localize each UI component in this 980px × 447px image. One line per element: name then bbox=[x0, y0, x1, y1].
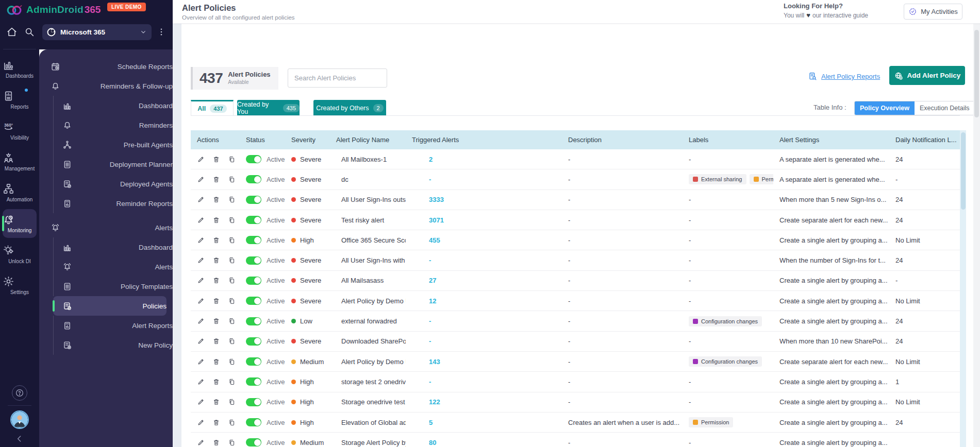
edit-icon[interactable] bbox=[197, 398, 205, 406]
tenant-selector[interactable]: Microsoft 365 bbox=[42, 24, 152, 40]
rail-item-monitoring[interactable]: Monitoring bbox=[3, 209, 37, 238]
status-toggle[interactable] bbox=[246, 418, 261, 426]
alert-policy-reports-link[interactable]: Alert Policy Reports bbox=[808, 72, 880, 81]
status-toggle[interactable] bbox=[246, 256, 261, 265]
sidebar-item-reminders-follow-up[interactable]: Reminders & Follow-up bbox=[39, 76, 173, 96]
delete-icon[interactable] bbox=[212, 337, 220, 345]
status-toggle[interactable] bbox=[246, 216, 261, 224]
execution-details-option[interactable]: Execution Details bbox=[915, 101, 975, 115]
triggered-alerts-link[interactable]: 3071 bbox=[406, 216, 562, 224]
copy-icon[interactable] bbox=[228, 358, 236, 366]
copy-icon[interactable] bbox=[228, 398, 236, 406]
triggered-alerts-link[interactable]: - bbox=[406, 256, 562, 264]
copy-icon[interactable] bbox=[228, 277, 236, 284]
status-toggle[interactable] bbox=[246, 175, 261, 183]
delete-icon[interactable] bbox=[212, 196, 220, 203]
copy-icon[interactable] bbox=[228, 378, 236, 386]
tab-all[interactable]: All 437 bbox=[191, 100, 234, 116]
sidebar-item-policies[interactable]: Policies bbox=[53, 296, 167, 316]
kebab-menu-icon[interactable] bbox=[157, 27, 166, 37]
sidebar-item-pre-built-agents[interactable]: Pre-built Agents bbox=[53, 135, 173, 154]
copy-icon[interactable] bbox=[228, 419, 236, 426]
status-toggle[interactable] bbox=[246, 155, 261, 163]
rail-item-settings[interactable]: Settings bbox=[3, 271, 37, 300]
page-scrollbar[interactable] bbox=[973, 24, 980, 447]
delete-icon[interactable] bbox=[212, 236, 220, 244]
status-toggle[interactable] bbox=[246, 357, 261, 366]
user-avatar[interactable] bbox=[10, 410, 29, 429]
status-toggle[interactable] bbox=[246, 297, 261, 305]
delete-icon[interactable] bbox=[212, 297, 220, 305]
edit-icon[interactable] bbox=[197, 176, 205, 183]
copy-icon[interactable] bbox=[228, 236, 236, 244]
edit-icon[interactable] bbox=[197, 256, 205, 264]
triggered-alerts-link[interactable]: 80 bbox=[406, 439, 562, 446]
table-scrollbar-thumb[interactable] bbox=[961, 132, 966, 210]
delete-icon[interactable] bbox=[212, 256, 220, 264]
sidebar-item-schedule-reports[interactable]: Schedule Reports bbox=[39, 57, 173, 76]
status-toggle[interactable] bbox=[246, 277, 261, 285]
rail-item-dashboards[interactable]: Dashboards bbox=[3, 55, 37, 83]
triggered-alerts-link[interactable]: 2 bbox=[406, 156, 562, 163]
copy-icon[interactable] bbox=[228, 216, 236, 224]
copy-icon[interactable] bbox=[228, 337, 236, 345]
policy-overview-option[interactable]: Policy Overview bbox=[855, 101, 915, 115]
triggered-alerts-link[interactable]: 5 bbox=[406, 419, 562, 426]
sidebar-item-alerts[interactable]: Alerts bbox=[53, 257, 173, 277]
copy-icon[interactable] bbox=[228, 256, 236, 264]
edit-icon[interactable] bbox=[197, 216, 205, 224]
delete-icon[interactable] bbox=[212, 216, 220, 224]
status-toggle[interactable] bbox=[246, 317, 261, 325]
triggered-alerts-link[interactable]: - bbox=[406, 176, 562, 183]
tab-created-by-others[interactable]: Created by Others 2 bbox=[313, 100, 386, 116]
search-input[interactable] bbox=[288, 68, 387, 88]
page-scrollbar-thumb[interactable] bbox=[974, 30, 979, 117]
triggered-alerts-link[interactable]: 3333 bbox=[406, 196, 562, 203]
sidebar-item-dashboard[interactable]: Dashboard bbox=[53, 237, 173, 257]
edit-icon[interactable] bbox=[197, 156, 205, 163]
edit-icon[interactable] bbox=[197, 277, 205, 284]
delete-icon[interactable] bbox=[212, 317, 220, 325]
triggered-alerts-link[interactable]: - bbox=[406, 317, 562, 325]
triggered-alerts-link[interactable]: 455 bbox=[406, 236, 562, 244]
home-icon[interactable] bbox=[6, 26, 18, 38]
status-toggle[interactable] bbox=[246, 236, 261, 244]
copy-icon[interactable] bbox=[228, 196, 236, 203]
search-icon[interactable] bbox=[24, 26, 35, 38]
sidebar-item-policy-templates[interactable]: Policy Templates bbox=[53, 277, 173, 296]
edit-icon[interactable] bbox=[197, 317, 205, 325]
triggered-alerts-link[interactable]: 122 bbox=[406, 398, 562, 406]
edit-icon[interactable] bbox=[197, 358, 205, 366]
edit-icon[interactable] bbox=[197, 196, 205, 203]
triggered-alerts-link[interactable]: 27 bbox=[406, 277, 562, 284]
status-toggle[interactable] bbox=[246, 438, 261, 446]
status-toggle[interactable] bbox=[246, 196, 261, 204]
tab-created-by-you[interactable]: Created by You 435 bbox=[237, 100, 300, 116]
edit-icon[interactable] bbox=[197, 419, 205, 426]
add-alert-policy-button[interactable]: Add Alert Policy bbox=[889, 66, 965, 85]
rail-item-reports[interactable]: Reports bbox=[3, 85, 37, 114]
help-button[interactable] bbox=[12, 385, 27, 401]
delete-icon[interactable] bbox=[212, 439, 220, 446]
sidebar-item-reminders[interactable]: Reminders bbox=[53, 115, 173, 135]
delete-icon[interactable] bbox=[212, 378, 220, 386]
sidebar-item-alerts[interactable]: Alerts bbox=[39, 218, 173, 237]
delete-icon[interactable] bbox=[212, 358, 220, 366]
status-toggle[interactable] bbox=[246, 337, 261, 346]
edit-icon[interactable] bbox=[197, 378, 205, 386]
copy-icon[interactable] bbox=[228, 156, 236, 163]
edit-icon[interactable] bbox=[197, 297, 205, 305]
rail-item-visibility[interactable]: 360° Visibility bbox=[3, 116, 37, 145]
rail-item-management[interactable]: Management bbox=[3, 147, 37, 176]
sidebar-item-alert-reports[interactable]: Alert Reports bbox=[53, 316, 173, 335]
delete-icon[interactable] bbox=[212, 277, 220, 284]
edit-icon[interactable] bbox=[197, 236, 205, 244]
my-activities-button[interactable]: My Activities bbox=[904, 4, 962, 20]
copy-icon[interactable] bbox=[228, 176, 236, 183]
status-toggle[interactable] bbox=[246, 377, 261, 386]
delete-icon[interactable] bbox=[212, 419, 220, 426]
sidebar-item-new-policy[interactable]: New Policy bbox=[53, 335, 173, 355]
copy-icon[interactable] bbox=[228, 317, 236, 325]
delete-icon[interactable] bbox=[212, 156, 220, 163]
edit-icon[interactable] bbox=[197, 337, 205, 345]
